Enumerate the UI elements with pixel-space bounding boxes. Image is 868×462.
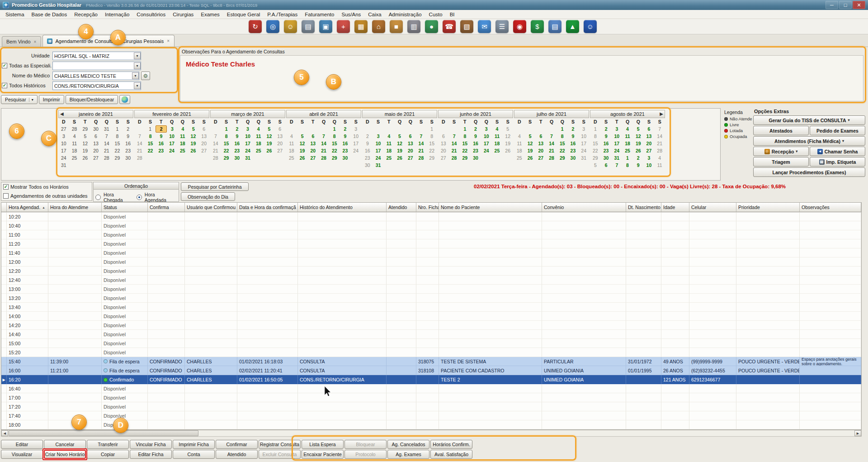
calendar-day[interactable]: 5 [80,133,90,140]
calendar-day[interactable]: 24 [350,147,361,154]
visualizar-button[interactable]: Visualizar [1,450,43,459]
calendar-day[interactable]: 31 [242,154,253,162]
column-header-nro-ficha[interactable]: Nro. Ficha [416,203,439,212]
calendar-day[interactable]: 20 [405,147,416,154]
conta-button[interactable]: Conta [173,450,215,459]
table-row-15-40[interactable]: 15:4011:39:00Fila de esperaCONFIRMADOCHA… [1,357,861,366]
calendar-day[interactable]: 8 [329,133,340,140]
calendar-day[interactable]: 23 [362,154,373,162]
calendar-day[interactable]: 8 [590,133,601,140]
calendar-day[interactable]: 16 [601,140,612,147]
calendar-day[interactable]: 15 [426,140,437,147]
calendar-day[interactable]: 13 [535,140,546,147]
calendar-day[interactable]: 22 [145,147,156,154]
table-row-12-00[interactable]: 12:00Disponível [1,257,861,267]
calendar-day[interactable]: 20 [90,147,101,154]
chevron-down-icon[interactable]: ▾ [132,72,139,79]
calendar-day[interactable]: 22 [459,147,470,154]
calendar-day[interactable]: 30 [601,154,612,162]
calendar-day[interactable]: 19 [188,140,199,147]
calendar-day[interactable]: 4 [654,154,665,162]
scrollbar-thumb[interactable] [9,430,198,436]
calendar-day[interactable]: 9 [601,133,612,140]
calendar-day[interactable]: 11 [514,140,525,147]
calendar-day[interactable]: 24 [373,154,384,162]
calendar-day[interactable]: 27 [58,125,69,133]
chevron-down-icon[interactable]: ▾ [134,52,141,59]
calendar-day[interactable]: 17 [350,140,361,147]
calendar-day[interactable]: 24 [58,154,69,162]
menu-item-exames[interactable]: Exames [197,11,223,18]
sports-icon[interactable]: ● [425,20,438,33]
calendar-day[interactable]: 12 [525,140,536,147]
calendar-day[interactable]: 1 [459,125,470,133]
calendar-day[interactable]: 19 [264,140,275,147]
calendar-day[interactable]: 21 [654,140,665,147]
table-row-13-00[interactable]: 13:00Disponível [1,285,861,294]
calendar-day[interactable]: 28 [210,154,221,162]
ag-cancelados-button[interactable]: Ag. Cancelados [387,440,429,449]
calendar-day[interactable]: 26 [297,154,308,162]
calendar-day[interactable]: 22 [112,147,123,154]
column-header-atendido[interactable]: Atendido [387,203,416,212]
hora-agendada-radio[interactable] [137,195,142,200]
column-header-prioridade[interactable]: Prioridade [736,203,800,212]
calendar-day[interactable]: 19 [525,147,536,154]
calendar-day[interactable]: 29 [112,154,123,162]
calendar-day[interactable]: 21 [134,147,145,154]
calendar-day[interactable]: 21 [416,147,427,154]
calendar-day[interactable]: 11 [383,140,394,147]
table-row-13-40[interactable]: 13:40Disponível [1,303,861,312]
calendar-day[interactable]: 2 [601,125,612,133]
calendar-day[interactable]: 28 [654,147,665,154]
calendar-day[interactable]: 11 [177,133,188,140]
calendar-day[interactable]: 11 [654,162,665,169]
calendar-day[interactable]: 16 [123,140,133,147]
calendar-day[interactable]: 16 [156,140,166,147]
minimize-button[interactable]: ─ [826,1,838,9]
report-icon[interactable]: ☰ [495,20,509,33]
calendar-day[interactable]: 20 [535,147,546,154]
calendar-day[interactable]: 2 [231,125,242,133]
power-icon[interactable]: ◉ [513,20,526,33]
calendar-day[interactable]: 13 [90,140,101,147]
cash-register-icon[interactable]: ▦ [354,20,368,33]
copiar-button[interactable]: Copiar [87,450,129,459]
calendar-day[interactable]: 19 [633,140,644,147]
calendar-day[interactable]: 25 [514,154,525,162]
calendar-day[interactable]: 18 [622,140,633,147]
calendar-day[interactable]: 5 [633,125,644,133]
calendar-day[interactable]: 19 [394,147,405,154]
calendar-day[interactable]: 28 [546,154,557,162]
calendar-day[interactable]: 27 [644,147,655,154]
calendar-day[interactable]: 29 [426,154,437,162]
calendar-day[interactable]: 30 [470,154,481,162]
table-row-14-40[interactable]: 14:40Disponível [1,330,861,339]
menu-item-sistema[interactable]: Sistema [2,11,28,18]
calendar-day[interactable]: 10 [481,133,492,140]
calendar-day[interactable]: 14 [210,140,221,147]
nome-medico-combobox[interactable]: CHARLLES MEDICO TESTE ▾ [52,71,139,80]
calendar-day[interactable]: 27 [307,154,318,162]
calendar-day[interactable]: 15 [459,140,470,147]
calendar-day[interactable]: 21 [318,147,329,154]
menu-item-caixa[interactable]: Caixa [364,11,385,18]
table-row-17-20[interactable]: 17:20Disponível [1,402,861,411]
calendar-day[interactable]: 8 [622,162,633,169]
calendar-day[interactable]: 22 [557,147,568,154]
calendar-day[interactable]: 7 [416,133,427,140]
calendar-day[interactable]: 23 [601,147,612,154]
calendar-day[interactable]: 14 [416,140,427,147]
calendar-day[interactable]: 2 [362,133,373,140]
scroll-left-icon[interactable]: ◀ [1,430,8,436]
calendar-day[interactable]: 28 [416,154,427,162]
calendar-day[interactable]: 10 [166,133,177,140]
calendar-day[interactable]: 26 [633,147,644,154]
menu-item-bi[interactable]: BI [446,11,458,18]
pedido-exames-button[interactable]: Pedido de Exames [810,126,865,135]
tab-agendamento-de-consultas-e-cirurgias-pessoais[interactable]: ▦Agendamento de Consultas e Cirurgias Pe… [42,35,175,47]
tab-close-icon[interactable]: × [166,38,170,43]
especialidade-combobox[interactable]: ▾ [52,62,141,70]
calendar-day[interactable]: 28 [101,154,112,162]
calendar-day[interactable]: 17 [611,140,622,147]
